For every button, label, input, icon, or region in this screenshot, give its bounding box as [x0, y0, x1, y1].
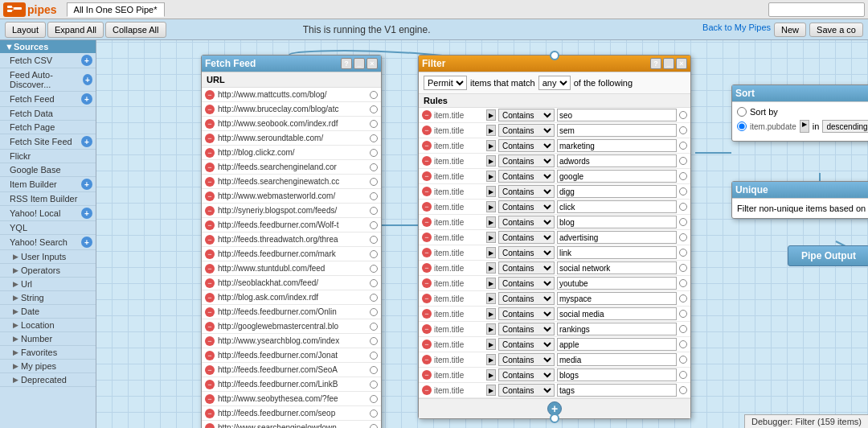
sort-field-radio[interactable] [737, 121, 747, 131]
sort-order-select[interactable]: descending ascending [822, 120, 868, 133]
rule-condition-select[interactable]: Contains Does not contain Is Is not [498, 292, 555, 305]
remove-url-button[interactable]: − [205, 191, 215, 201]
rule-field-expand[interactable]: ▶ [486, 278, 496, 289]
sidebar-item-rss-builder[interactable]: RSS Item Builder [0, 192, 96, 206]
remove-rule-button[interactable]: − [422, 110, 432, 120]
add-yahoo-local-icon[interactable]: + [81, 208, 92, 219]
remove-url-button[interactable]: − [205, 90, 215, 100]
remove-url-button[interactable]: − [205, 220, 215, 230]
sources-header[interactable]: ▼ Sources [0, 40, 96, 53]
remove-url-button[interactable]: − [205, 307, 215, 317]
remove-url-button[interactable]: − [205, 119, 215, 129]
any-select[interactable]: any all [538, 76, 571, 90]
rule-value-input[interactable] [557, 307, 677, 320]
add-fetch-site-icon[interactable]: + [81, 136, 92, 147]
rule-value-input[interactable] [557, 384, 677, 397]
rule-condition-select[interactable]: Contains Does not contain Is Is not [498, 200, 555, 213]
fetch-feed-header[interactable]: Fetch Feed ? _ × [202, 56, 381, 72]
remove-rule-button[interactable]: − [422, 385, 432, 395]
rule-field-expand[interactable]: ▶ [486, 186, 496, 197]
rule-value-input[interactable] [557, 368, 677, 381]
remove-rule-button[interactable]: − [422, 370, 432, 380]
add-fetch-csv-icon[interactable]: + [81, 55, 92, 66]
remove-url-button[interactable]: − [205, 148, 215, 158]
filter-help-button[interactable]: ? [650, 58, 661, 69]
fetch-feed-close-button[interactable]: × [366, 58, 378, 69]
rule-value-input[interactable] [557, 139, 677, 152]
rule-field-expand[interactable]: ▶ [486, 155, 496, 167]
sidebar-item-fetch-site[interactable]: Fetch Site Feed + [0, 134, 96, 150]
sidebar-item-item-builder[interactable]: Item Builder + [0, 177, 96, 192]
rule-condition-select[interactable]: Contains Does not contain Is Is not [498, 338, 555, 351]
rule-field-expand[interactable]: ▶ [486, 369, 496, 381]
rule-condition-select[interactable]: Contains Does not contain Is Is not [498, 109, 555, 121]
add-fetch-feed-icon[interactable]: + [81, 93, 92, 105]
unique-header[interactable]: Unique ? _ × [732, 182, 868, 199]
rule-condition-select[interactable]: Contains Does not contain Is Is not [498, 246, 555, 259]
remove-url-button[interactable]: − [205, 380, 215, 389]
sidebar-item-fetch-csv[interactable]: Fetch CSV + [0, 53, 96, 68]
remove-rule-button[interactable]: − [422, 141, 432, 150]
sidebar-item-yahoo-search[interactable]: Yahoo! Search + [0, 235, 96, 250]
remove-url-button[interactable]: − [205, 235, 215, 245]
remove-rule-button[interactable]: − [422, 126, 432, 135]
remove-url-button[interactable]: − [205, 322, 215, 331]
remove-url-button[interactable]: − [205, 134, 215, 143]
rule-field-expand[interactable]: ▶ [486, 385, 496, 396]
permit-select[interactable]: Permit Block [424, 76, 467, 90]
remove-rule-button[interactable]: − [422, 278, 432, 288]
collapse-all-button[interactable]: Collapse All [105, 22, 166, 38]
save-button[interactable]: Save a co [809, 23, 863, 37]
rule-value-input[interactable] [557, 154, 677, 167]
remove-url-button[interactable]: − [205, 249, 215, 259]
sidebar-item-yahoo-local[interactable]: Yahoo! Local + [0, 206, 96, 221]
rule-value-input[interactable] [557, 170, 677, 183]
rule-field-expand[interactable]: ▶ [486, 201, 496, 212]
sidebar-item-google-base[interactable]: Google Base [0, 163, 96, 177]
rule-value-input[interactable] [557, 216, 677, 228]
rule-condition-select[interactable]: Contains Does not contain Is Is not [498, 231, 555, 244]
filter-close-button[interactable]: × [676, 58, 687, 69]
rule-condition-select[interactable]: Contains Does not contain Is Is not [498, 277, 555, 290]
rule-condition-select[interactable]: Contains Does not contain Is Is not [498, 185, 555, 198]
sidebar-sub-date[interactable]: ▶ Date [0, 305, 96, 319]
sidebar-sub-operators[interactable]: ▶ Operators [0, 264, 96, 278]
remove-rule-button[interactable]: − [422, 217, 432, 227]
rule-condition-select[interactable]: Contains Does not contain Is Is not [498, 353, 555, 366]
remove-url-button[interactable]: − [205, 105, 215, 114]
rule-value-input[interactable] [557, 323, 677, 335]
rule-field-expand[interactable]: ▶ [486, 216, 496, 228]
add-yahoo-search-icon[interactable]: + [81, 237, 92, 248]
rule-condition-select[interactable]: Contains Does not contain Is Is not [498, 384, 555, 397]
rule-field-expand[interactable]: ▶ [486, 339, 496, 350]
rule-condition-select[interactable]: Contains Does not contain Is Is not [498, 216, 555, 228]
remove-url-button[interactable]: − [205, 409, 215, 418]
rule-field-expand[interactable]: ▶ [486, 293, 496, 304]
rule-condition-select[interactable]: Contains Does not contain Is Is not [498, 124, 555, 137]
rule-field-expand[interactable]: ▶ [486, 262, 496, 274]
sidebar-sub-string[interactable]: ▶ String [0, 291, 96, 305]
rule-value-input[interactable] [557, 246, 677, 259]
add-item-builder-icon[interactable]: + [81, 179, 92, 190]
rule-field-expand[interactable]: ▶ [486, 354, 496, 365]
new-button[interactable]: New [774, 23, 806, 37]
remove-url-button[interactable]: − [205, 394, 215, 404]
rule-value-input[interactable] [557, 261, 677, 274]
rule-value-input[interactable] [557, 109, 677, 121]
rule-condition-select[interactable]: Contains Does not contain Is Is not [498, 323, 555, 335]
rule-value-input[interactable] [557, 338, 677, 351]
rule-condition-select[interactable]: Contains Does not contain Is Is not [498, 170, 555, 183]
back-to-pipes-link[interactable]: Back to My Pipes [702, 23, 771, 37]
rule-field-expand[interactable]: ▶ [486, 247, 496, 258]
sidebar-item-fetch-feed[interactable]: Fetch Feed + [0, 92, 96, 107]
remove-url-button[interactable]: − [205, 264, 215, 274]
sort-header[interactable]: Sort ? _ × [732, 85, 868, 102]
rule-field-expand[interactable]: ▶ [486, 109, 496, 121]
rule-condition-select[interactable]: Contains Does not contain Is Is not [498, 154, 555, 167]
sidebar-sub-location[interactable]: ▶ Location [0, 319, 96, 332]
remove-rule-button[interactable]: − [422, 340, 432, 349]
rule-value-input[interactable] [557, 231, 677, 244]
rule-condition-select[interactable]: Contains Does not contain Is Is not [498, 307, 555, 320]
remove-rule-button[interactable]: − [422, 294, 432, 303]
remove-rule-button[interactable]: − [422, 233, 432, 242]
